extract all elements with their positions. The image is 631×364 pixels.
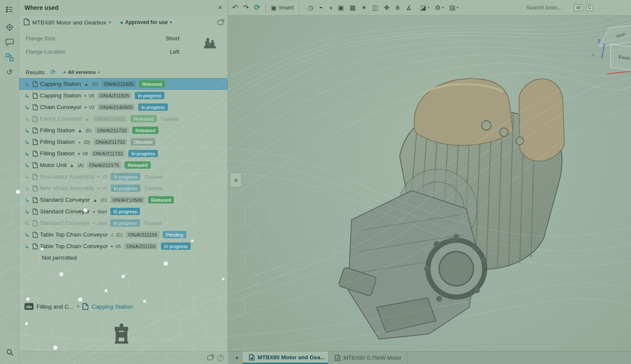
branch-arrow-icon: ↳ [24, 185, 33, 192]
breadcrumb-root[interactable]: Filling and C... [36, 303, 73, 310]
viewcube-top-face[interactable]: Top [599, 24, 631, 46]
refresh-icon[interactable]: ⟳ [50, 68, 56, 76]
mate-connector-icon[interactable] [3, 21, 15, 33]
revolve-tool-icon[interactable]: ◷ [308, 4, 313, 11]
motor-gearbox-model[interactable] [335, 67, 576, 350]
revision-label: (D) [84, 140, 90, 145]
sync-icon[interactable]: ⟳ [254, 4, 260, 11]
search-tools-input[interactable] [526, 4, 571, 11]
linear-pattern-icon[interactable]: ▦ [349, 4, 355, 11]
branch-arrow-icon: ↳ [24, 220, 33, 227]
feature-list-toggle[interactable]: ≡ [230, 173, 242, 187]
version-diamond-icon: ◆ [120, 21, 123, 24]
transform-tool-icon[interactable]: ✥ [384, 4, 389, 11]
not-permitted-row: ⚠ Not permitted [19, 252, 228, 264]
circular-pattern-icon[interactable]: ✶ [361, 4, 367, 11]
result-row[interactable]: ↳ Standard Conveyor ◆ Start In progress … [19, 217, 228, 229]
result-row[interactable]: ↳ Chain Conveyor ◆ V2 ON/A/2140500 In pr… [19, 101, 228, 113]
appearance-tool-icon[interactable]: ◑ [328, 4, 332, 11]
result-row[interactable]: ↳ Filling Station ◆ V8 ON/A/211732 In pr… [19, 148, 228, 159]
assembly-doc-icon [33, 174, 38, 180]
status-badge: In progress [110, 208, 140, 215]
property-row: Flange Location Left [26, 45, 221, 58]
versions-filter-dropdown[interactable]: ◆ All versions ▾ [64, 70, 100, 75]
section-view-icon[interactable]: ◪▾ [420, 4, 429, 11]
revision-label: Start [97, 209, 107, 214]
result-row[interactable]: ↳ Table Top Chain Conveyor ◆ V5 ON/A/211… [19, 240, 228, 252]
status-badge: Obsolete [130, 138, 155, 146]
property-label: Flange Size [26, 35, 166, 42]
revision-label: V2 [89, 105, 94, 110]
trashed-label: Trashed [144, 186, 162, 191]
result-row[interactable]: ↳ Capping Station ▲ (C) ON/A/211825 Rele… [19, 78, 228, 90]
popout-icon[interactable] [207, 355, 213, 360]
revision-label: (C) [92, 82, 98, 87]
structure-icon[interactable] [3, 3, 15, 15]
split-tool-icon[interactable]: ⋔ [395, 4, 400, 11]
result-row[interactable]: ↳ Standard Conveyor ▲ (C) ON/A/210500 Re… [19, 194, 228, 206]
search-magnifier-icon[interactable] [4, 346, 16, 358]
result-name: Fancy Conveyor [40, 115, 82, 122]
named-positions-icon[interactable]: ⚙▾ [435, 4, 443, 11]
status-badge: Released [139, 80, 165, 88]
popout-icon[interactable] [218, 20, 223, 25]
tab-assembly[interactable]: MTBX80 Motor and Gea... [243, 352, 328, 364]
result-name: Standard Conveyor [40, 220, 90, 226]
result-name: Motor Unit [40, 162, 67, 168]
part-number-chip: ON/A/211155 [124, 243, 158, 249]
property-value[interactable]: Short [166, 35, 179, 42]
result-row[interactable]: ↳ Filling Station ▲ (E) ON/A/211732 Rele… [19, 124, 228, 136]
viewcube-rotate-arrow[interactable]: ‹ [592, 51, 594, 58]
revision-marker-icon: ▲ [93, 197, 97, 203]
result-row[interactable]: ↳ Filling Station ▲ (D) ON/A/211732 Obso… [19, 136, 228, 148]
sphere-primitive-icon[interactable]: ◓ [319, 4, 323, 11]
status-badge: In progress [161, 243, 191, 250]
search-tools: alt C [526, 4, 593, 11]
history-icon[interactable]: ↺ [3, 66, 15, 78]
result-row[interactable]: ↳ Standard Conveyor ◆ Start In progress [19, 206, 228, 217]
toolbar-dropdown-tools: ◪▾⚙▾▤▾ [420, 4, 458, 11]
measure-tool-icon[interactable]: ∡ [406, 4, 412, 11]
tab-part-studio[interactable]: MTBX80 0.75kW Motor [328, 352, 408, 364]
document-state-label: Approved for use [125, 19, 167, 25]
chevron-down-icon[interactable]: ▾ [109, 20, 111, 24]
display-options-icon[interactable]: ▤▾ [449, 4, 458, 11]
document-name[interactable]: MTBX80 Motor and Gearbox [32, 19, 106, 26]
status-badge: In progress [110, 219, 140, 227]
assembly-doc-icon [24, 18, 30, 27]
result-row[interactable]: ↳ Motor Unit ▲ (A) ON/A/212175 Released [19, 159, 228, 171]
3d-viewport[interactable]: ≡ Top Front Z ‹ [228, 15, 631, 351]
where-used-icon[interactable] [3, 51, 15, 63]
part-number-chip: ON/A/211825 [102, 81, 136, 87]
assembly-doc-icon [33, 220, 38, 226]
redo-icon[interactable]: ↷ [243, 4, 249, 11]
revision-marker-icon: ◆ [97, 175, 100, 179]
boolean-tool-icon[interactable]: ◫ [372, 4, 378, 11]
view-cube[interactable]: Top Front Z ‹ [598, 26, 631, 82]
breadcrumb-current[interactable]: Capping Station [91, 303, 133, 310]
configuration-properties: Flange Size Short Flange Location Left [19, 29, 228, 58]
result-row[interactable]: ↳ Table Top Chain Conveyor △ (C) ON/A/21… [19, 229, 228, 240]
close-icon[interactable]: × [218, 4, 222, 11]
result-row[interactable]: ↳ New Motor Assembly ◆ V2 In progress Tr… [19, 171, 228, 182]
add-tab-button[interactable]: + [231, 352, 243, 364]
viewcube-front-face[interactable]: Front [610, 44, 631, 71]
assembly-doc-icon [33, 104, 38, 110]
comments-icon[interactable] [3, 36, 15, 48]
insert-button[interactable]: ▣ Insert [271, 4, 294, 11]
result-row[interactable]: ↳ New Motor Assembly ◆ V1 In progress Tr… [19, 182, 228, 194]
help-icon[interactable]: ? [217, 355, 224, 361]
left-rail: ↺ [0, 0, 19, 364]
not-permitted-label: Not permitted [42, 255, 77, 261]
document-state-dropdown[interactable]: ◆ Approved for use ▾ [120, 19, 172, 25]
status-badge: In progress [138, 103, 168, 111]
assembly-doc-icon [33, 232, 38, 238]
insert-part-icon[interactable]: ▣ [338, 4, 344, 11]
property-value[interactable]: Left [170, 49, 179, 55]
assembly-doc-icon [33, 93, 38, 99]
assembly-doc-icon [33, 151, 38, 157]
result-row[interactable]: ↳ Fancy Conveyor ▲ ON/A/212432 Released … [19, 113, 228, 124]
trashed-label: Trashed [144, 174, 162, 179]
result-row[interactable]: ↳ Capping Station ◆ V8 ON/A/211825 In pr… [19, 90, 228, 101]
undo-icon[interactable]: ↶ [232, 4, 238, 11]
